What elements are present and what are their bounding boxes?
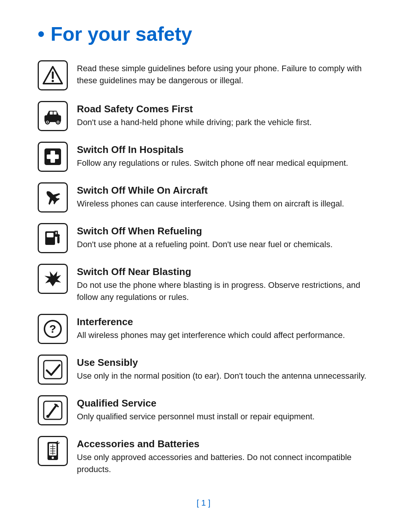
service-title: Qualified Service (77, 397, 369, 409)
list-item: Switch Off While On Aircraft Wireless ph… (38, 182, 369, 212)
svg-rect-15 (55, 234, 60, 237)
refuel-icon (38, 223, 68, 253)
svg-rect-4 (50, 112, 53, 115)
list-item: Read these simple guidelines before usin… (38, 60, 369, 90)
intro-content: Read these simple guidelines before usin… (77, 60, 369, 87)
safety-items-list: Read these simple guidelines before usin… (38, 60, 369, 475)
road-safety-title: Road Safety Comes First (77, 103, 369, 115)
blast-desc: Do not use the phone where blasting is i… (77, 279, 369, 303)
svg-point-8 (47, 121, 48, 123)
accessories-icon (38, 436, 68, 466)
aircraft-title: Switch Off While On Aircraft (77, 185, 369, 196)
svg-point-24 (46, 415, 49, 418)
road-safety-content: Road Safety Comes First Don't use a hand… (77, 101, 369, 128)
list-item: Accessories and Batteries Use only appro… (38, 436, 369, 475)
interference-desc: All wireless phones may get interference… (77, 329, 369, 341)
refuel-title: Switch Off When Refueling (77, 225, 369, 237)
road-safety-desc: Don't use a hand-held phone while drivin… (77, 116, 369, 128)
hospital-content: Switch Off In Hospitals Follow any regul… (77, 142, 369, 169)
sensibly-content: Use Sensibly Use only in the normal posi… (77, 355, 369, 382)
refuel-desc: Don't use phone at a refueling point. Do… (77, 238, 369, 251)
interference-title: Interference (77, 316, 369, 328)
page-title: • For your safety (38, 23, 369, 45)
hospital-desc: Follow any regulations or rules. Switch … (77, 157, 369, 169)
list-item: Switch Off Near Blasting Do not use the … (38, 264, 369, 303)
blast-content: Switch Off Near Blasting Do not use the … (77, 264, 369, 303)
aircraft-icon (38, 182, 68, 212)
road-safety-icon (38, 101, 68, 131)
svg-rect-14 (47, 233, 54, 237)
intro-desc: Read these simple guidelines before usin… (77, 63, 369, 87)
list-item: Use Sensibly Use only in the normal posi… (38, 355, 369, 385)
bullet-icon: • (38, 23, 44, 45)
accessories-title: Accessories and Batteries (77, 438, 369, 450)
hospital-icon (38, 142, 68, 172)
hospital-title: Switch Off In Hospitals (77, 144, 369, 156)
refuel-content: Switch Off When Refueling Don't use phon… (77, 223, 369, 251)
list-item: ? Interference All wireless phones may g… (38, 314, 369, 344)
aircraft-desc: Wireless phones can cause interference. … (77, 198, 369, 210)
accessories-desc: Use only approved accessories and batter… (77, 451, 369, 475)
sensibly-title: Use Sensibly (77, 357, 369, 368)
list-item: Switch Off When Refueling Don't use phon… (38, 223, 369, 253)
sensibly-icon (38, 355, 68, 385)
sensibly-desc: Use only in the normal position (to ear)… (77, 370, 369, 382)
list-item: Road Safety Comes First Don't use a hand… (38, 101, 369, 131)
svg-point-34 (52, 457, 54, 459)
svg-point-9 (57, 121, 59, 123)
accessories-content: Accessories and Batteries Use only appro… (77, 436, 369, 475)
blast-icon (38, 264, 68, 294)
warning-icon (38, 60, 68, 90)
page-number: [ 1 ] (38, 498, 369, 508)
service-icon (38, 395, 68, 425)
svg-point-17 (57, 240, 60, 243)
aircraft-content: Switch Off While On Aircraft Wireless ph… (77, 182, 369, 210)
svg-rect-12 (47, 154, 59, 159)
svg-point-2 (52, 80, 54, 82)
svg-line-22 (48, 405, 57, 416)
list-item: Switch Off In Hospitals Follow any regul… (38, 142, 369, 172)
svg-rect-5 (54, 112, 57, 115)
blast-title: Switch Off Near Blasting (77, 266, 369, 278)
interference-content: Interference All wireless phones may get… (77, 314, 369, 341)
interference-icon: ? (38, 314, 68, 344)
list-item: Qualified Service Only qualified service… (38, 395, 369, 425)
service-content: Qualified Service Only qualified service… (77, 395, 369, 423)
service-desc: Only qualified service personnel must in… (77, 411, 369, 423)
svg-text:?: ? (49, 323, 56, 335)
